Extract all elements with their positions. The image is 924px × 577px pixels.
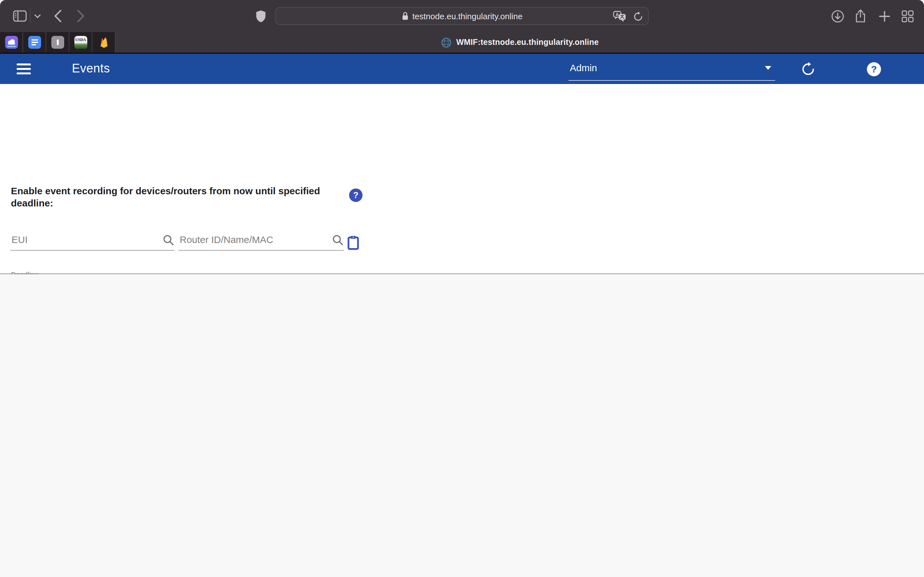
select-arrow-icon [765,66,771,70]
clipboard-icon [347,235,359,250]
eui-field [10,234,174,251]
pinned-tab-usda[interactable]: USDA [69,32,92,53]
safari-window: testnode.eu.thingularity.online A [0,0,924,577]
screen: testnode.eu.thingularity.online A [0,0,924,577]
download-icon [830,9,844,23]
pinned-tabs: USDA [0,32,115,53]
browser-titlebar: testnode.eu.thingularity.online A [0,0,924,32]
shield-icon [255,9,266,23]
address-bar-content: testnode.eu.thingularity.online [401,11,523,21]
router-input[interactable] [178,234,344,250]
eui-search-button[interactable] [162,234,174,246]
pinned-tab-info[interactable] [46,32,69,53]
question-icon: ? [353,190,359,200]
plus-icon [879,11,890,21]
eui-input[interactable] [10,234,174,250]
router-field [178,234,344,251]
menu-button[interactable] [17,62,31,76]
role-select[interactable]: Admin [569,58,775,78]
back-arrow-icon [54,10,61,23]
translate-icon[interactable]: A [613,11,627,23]
new-tab-button[interactable] [875,0,893,32]
forward-arrow-icon [77,10,85,23]
address-bar[interactable]: testnode.eu.thingularity.online A [275,7,649,25]
pinned-tab-icloud[interactable] [0,32,23,53]
active-tab[interactable]: WMIF:testnode.eu.thingularity.online [115,32,924,53]
lock-icon [401,11,409,21]
page-title: Events [72,61,110,76]
privacy-shield-button[interactable] [253,0,268,32]
search-icon [162,234,174,246]
search-icon [332,234,344,246]
tab-title: WMIF:testnode.eu.thingularity.online [456,38,599,47]
reload-icon[interactable] [633,11,643,22]
section-help-button[interactable]: ? [349,189,363,202]
tab-overview-button[interactable] [898,0,916,32]
sidebar-toggle-button[interactable] [11,0,28,32]
share-button[interactable] [851,0,869,32]
help-button[interactable]: ? [861,54,887,84]
downloads-button[interactable] [829,0,846,32]
app-toolbar: Events Admin ? [0,54,924,84]
content-card: Enable event recording for devices/route… [0,84,924,274]
titlebar-divider [30,9,31,23]
paste-button[interactable] [347,235,359,250]
refresh-button[interactable] [795,54,821,84]
pinned-tab-firebase[interactable] [92,32,115,53]
help-icon: ? [867,62,881,76]
info-favicon-icon [51,36,64,49]
tab-strip: USDA [0,32,924,53]
icloud-favicon-icon [5,36,18,49]
address-bar-actions: A [613,8,643,26]
share-icon [855,9,866,23]
role-select-value: Admin [570,62,597,73]
refresh-icon [800,61,815,76]
sidebar-chevron-button[interactable] [32,0,42,32]
grid-icon [901,10,913,22]
url-text: testnode.eu.thingularity.online [412,11,523,21]
chevron-down-icon [34,14,41,18]
section-heading: Enable event recording for devices/route… [11,185,332,210]
pinned-tab-docs[interactable] [23,32,46,53]
usda-favicon-icon: USDA [74,36,87,49]
page-background [0,274,924,577]
sidebar-icon [13,10,27,22]
svg-text:A: A [615,12,619,17]
globe-icon [441,37,452,48]
forward-button[interactable] [73,0,89,32]
docs-favicon-icon [28,36,41,49]
firebase-favicon-icon [97,36,110,49]
back-button[interactable] [50,0,65,32]
select-underline [569,80,775,81]
router-search-button[interactable] [332,234,344,246]
